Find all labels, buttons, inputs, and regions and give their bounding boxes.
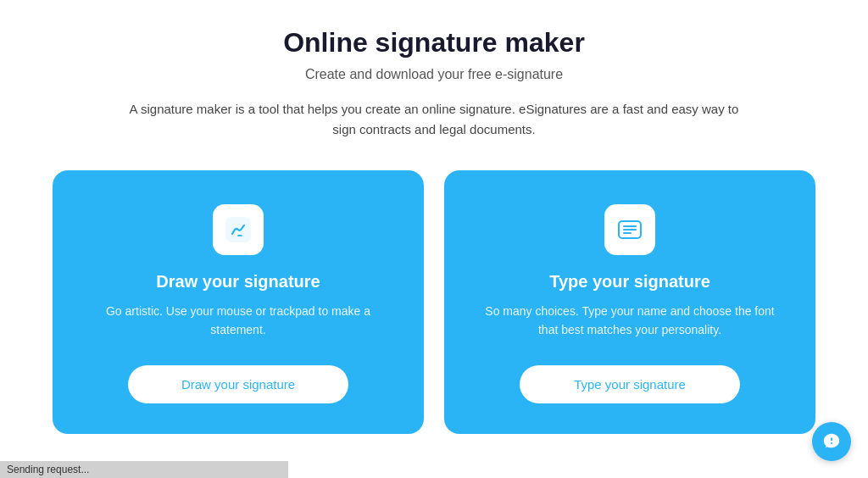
chat-icon (822, 432, 841, 451)
type-card-description: So many choices. Type your name and choo… (475, 302, 785, 340)
type-card-title: Type your signature (549, 272, 710, 292)
cards-container: Draw your signature Go artistic. Use you… (53, 170, 815, 434)
type-card-icon-wrapper (604, 204, 655, 255)
page-description: A signature maker is a tool that helps y… (129, 99, 739, 140)
draw-card-icon-wrapper (213, 204, 264, 255)
page-title: Online signature maker (283, 27, 585, 58)
type-signature-button[interactable]: Type your signature (520, 365, 740, 403)
page-wrapper: Online signature maker Create and downlo… (0, 0, 868, 478)
status-bar: Sending request... (0, 461, 288, 478)
draw-signature-button[interactable]: Draw your signature (128, 365, 348, 403)
type-signature-icon (615, 215, 644, 244)
chat-support-button[interactable] (812, 422, 851, 461)
draw-card-title: Draw your signature (156, 272, 320, 292)
type-card: Type your signature So many choices. Typ… (444, 170, 815, 434)
draw-card: Draw your signature Go artistic. Use you… (53, 170, 424, 434)
draw-card-description: Go artistic. Use your mouse or trackpad … (83, 302, 393, 340)
draw-signature-icon (224, 215, 253, 244)
page-subtitle: Create and download your free e-signatur… (305, 67, 563, 82)
